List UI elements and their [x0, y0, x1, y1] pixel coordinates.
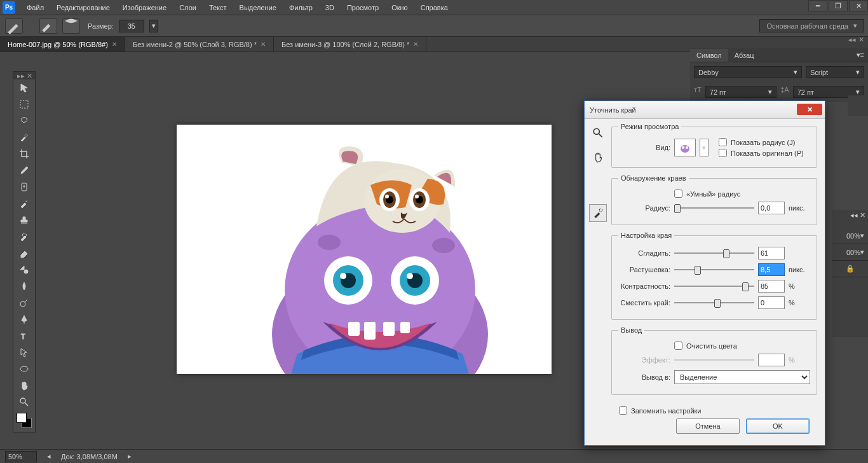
brush-options-icon[interactable] [39, 18, 57, 34]
refine-edge-dialog: Уточнить край ✕ Режим просмотра Вид: ▾ [584, 100, 825, 446]
tools-header[interactable]: ▸▸ ✕ [13, 72, 35, 79]
tool-preset-icon[interactable] [5, 18, 23, 34]
feather-input[interactable] [758, 263, 785, 276]
layer-opacity-1[interactable]: 00% ▾ [832, 244, 868, 261]
menu-help[interactable]: Справка [414, 1, 454, 14]
radius-input[interactable] [758, 202, 785, 214]
collapse-icon[interactable]: ◂◂ [848, 36, 856, 44]
eraser-tool[interactable] [13, 245, 35, 261]
pen-tool[interactable] [13, 311, 35, 328]
font-style-dropdown[interactable]: Script▾ [806, 66, 864, 78]
color-swatch[interactable] [13, 410, 35, 432]
contrast-slider[interactable] [674, 280, 754, 292]
move-tool[interactable] [13, 79, 35, 96]
workspace-switcher[interactable]: Основная рабочая среда▾ [759, 19, 864, 32]
radius-slider[interactable] [674, 202, 754, 214]
smart-radius-check[interactable]: «Умный» радиус [674, 190, 740, 198]
menu-text[interactable]: Текст [203, 1, 233, 14]
path-select-tool[interactable] [13, 344, 35, 361]
zoom-preview-icon[interactable] [589, 124, 607, 142]
menu-view[interactable]: Просмотр [341, 1, 385, 14]
blur-tool[interactable] [13, 278, 35, 294]
shift-slider[interactable] [674, 297, 754, 308]
dodge-tool[interactable] [13, 294, 35, 311]
size-input[interactable] [119, 20, 144, 32]
window-close-icon[interactable]: ✕ [849, 0, 868, 11]
svg-point-7 [20, 398, 25, 403]
window-minimize-icon[interactable]: ━ [808, 0, 827, 11]
view-dropdown[interactable]: ▾ [700, 139, 709, 156]
zoom-tool[interactable] [13, 394, 35, 410]
feather-slider[interactable] [674, 264, 754, 275]
zoom-input[interactable]: 50% [5, 451, 37, 462]
close-icon[interactable]: ✕ [261, 41, 266, 48]
dialog-close-button[interactable]: ✕ [797, 104, 822, 115]
foreground-color[interactable] [17, 413, 27, 423]
menu-file[interactable]: Файл [20, 1, 50, 14]
gradient-tool[interactable] [13, 261, 35, 278]
history-brush-tool[interactable] [13, 228, 35, 245]
layer-opacity-0[interactable]: 00% ▾ [832, 228, 868, 244]
refine-brush-icon[interactable] [589, 204, 607, 222]
shift-input[interactable] [758, 296, 785, 309]
hand-tool[interactable] [13, 377, 35, 394]
brush-sample-icon[interactable] [62, 18, 80, 34]
doc-tab-1[interactable]: Без имени-2 @ 50% (Слой 3, RGB/8) *✕ [125, 37, 274, 52]
font-size-dropdown[interactable]: 72 пт▾ [705, 86, 776, 98]
doc-tab-2[interactable]: Без имени-3 @ 100% (Слой 2, RGB/8) *✕ [274, 37, 426, 52]
menu-edit[interactable]: Редактирование [50, 1, 116, 14]
collapsed-panels[interactable] [848, 95, 868, 116]
stamp-tool[interactable] [13, 212, 35, 228]
panel-icon[interactable] [850, 98, 865, 113]
canvas[interactable] [177, 125, 552, 374]
menu-window[interactable]: Окно [385, 1, 414, 14]
lock-icon[interactable]: 🔒 [832, 261, 868, 277]
contrast-input[interactable] [758, 280, 785, 293]
dialog-titlebar[interactable]: Уточнить край ✕ [585, 101, 825, 119]
menu-bar: Ps Файл Редактирование Изображение Слои … [0, 0, 868, 15]
size-dropdown-icon[interactable]: ▾ [149, 20, 158, 32]
tab-character[interactable]: Символ [690, 49, 728, 62]
heal-tool[interactable] [13, 179, 35, 195]
close-icon[interactable]: ✕ [112, 41, 117, 48]
lasso-tool[interactable] [13, 113, 35, 129]
crop-tool[interactable] [13, 146, 35, 162]
show-radius-check[interactable]: Показать радиус (J) [719, 138, 810, 146]
cancel-button[interactable]: Отмена [676, 418, 740, 434]
type-tool[interactable]: T [13, 328, 35, 344]
font-family-dropdown[interactable]: Debby▾ [694, 66, 802, 78]
doc-tab-0[interactable]: Home-007.jpg @ 50% (RGB/8#)✕ [0, 37, 125, 52]
tab-paragraph[interactable]: Абзац [728, 49, 761, 62]
marquee-tool[interactable] [13, 96, 35, 113]
hand-preview-icon[interactable] [589, 148, 607, 166]
doc-tab-1-label: Без имени-2 @ 50% (Слой 3, RGB/8) * [133, 41, 257, 48]
decontaminate-check[interactable]: Очистить цвета [674, 342, 737, 350]
remember-check[interactable]: Запомнить настройки [619, 406, 810, 415]
quick-select-tool[interactable] [13, 129, 35, 146]
menu-3d[interactable]: 3D [319, 1, 341, 14]
svg-point-33 [593, 128, 599, 134]
eyedropper-tool[interactable] [13, 162, 35, 179]
smooth-slider[interactable] [674, 247, 754, 259]
radius-unit: пикс. [789, 204, 810, 212]
status-menu-icon[interactable]: ▸ [128, 452, 132, 460]
close-icon[interactable]: ✕ [858, 36, 864, 44]
close-icon[interactable]: ✕ [413, 41, 418, 48]
outputto-select[interactable]: Выделение [674, 370, 810, 384]
menu-select[interactable]: Выделение [233, 1, 283, 14]
svg-rect-12 [383, 322, 395, 336]
menu-filter[interactable]: Фильтр [283, 1, 319, 14]
brush-tool[interactable] [13, 195, 35, 212]
ok-button[interactable]: OK [746, 418, 810, 434]
layers-collapse-icon[interactable]: ◂◂ ✕ [832, 210, 868, 216]
window-maximize-icon[interactable]: ❐ [829, 0, 848, 11]
menu-image[interactable]: Изображение [116, 1, 173, 14]
svg-point-34 [599, 209, 602, 212]
view-thumbnail[interactable] [674, 139, 696, 156]
scroll-left-icon[interactable]: ◂ [47, 452, 51, 460]
panel-menu-icon[interactable]: ▾≡ [853, 51, 868, 59]
menu-layers[interactable]: Слои [173, 1, 203, 14]
smooth-input[interactable] [758, 247, 785, 259]
shape-tool[interactable] [13, 361, 35, 377]
show-original-check[interactable]: Показать оригинал (P) [719, 149, 810, 157]
